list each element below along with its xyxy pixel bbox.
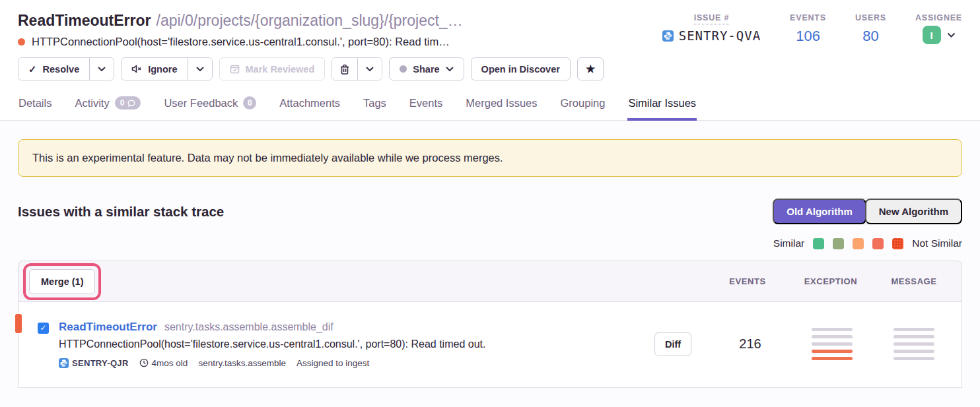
row-age: 4mos old <box>139 358 188 368</box>
issue-header: ReadTimeoutError/api/0/projects/{organiz… <box>0 0 980 48</box>
issue-number-label: ISSUE # <box>694 13 730 24</box>
chevron-down-icon <box>196 67 204 71</box>
chevron-down-icon <box>366 67 374 71</box>
delete-dropdown-button[interactable] <box>358 58 382 80</box>
row-issue-title-link[interactable]: ReadTimeoutError <box>59 321 157 334</box>
issue-title: ReadTimeoutError <box>18 12 151 29</box>
section-title: Issues with a similar stack trace <box>18 204 224 220</box>
assignee-avatar[interactable]: I <box>923 26 941 44</box>
mark-reviewed-button[interactable]: Mark Reviewed <box>219 57 326 80</box>
chevron-down-icon <box>446 67 454 71</box>
star-icon: ★ <box>586 63 595 75</box>
experimental-feature-banner: This is an experimental feature. Data ma… <box>18 139 962 177</box>
events-label: EVENTS <box>790 13 826 22</box>
tab-merged-issues[interactable]: Merged Issues <box>465 92 538 121</box>
open-in-discover-button[interactable]: Open in Discover <box>471 57 571 80</box>
algorithm-toggle: Old Algorithm New Algorithm <box>773 199 962 224</box>
share-label: Share <box>413 64 439 75</box>
stat-users: USERS 80 <box>855 13 886 48</box>
chevron-down-icon <box>98 67 106 71</box>
issue-stats: ISSUE # SENTRY-QVA EVENTS 106 USERS 80 <box>662 13 962 48</box>
speech-bubble-icon <box>127 100 135 107</box>
stat-issue-number: ISSUE # SENTRY-QVA <box>662 13 761 48</box>
merge-button[interactable]: Merge (1) <box>29 269 95 294</box>
column-events: EVENTS <box>707 276 788 286</box>
issue-short-id[interactable]: SENTRY-QVA <box>662 28 761 43</box>
similar-issues-table: Merge (1) EVENTS EXCEPTION MESSAGE ReadT… <box>18 261 962 388</box>
similar-issues-panel: This is an experimental feature. Data ma… <box>0 121 980 407</box>
merge-button-wrapper: Merge (1) <box>29 269 95 294</box>
new-algorithm-button[interactable]: New Algorithm <box>865 199 962 224</box>
column-message: MESSAGE <box>873 276 955 286</box>
mark-reviewed-label: Mark Reviewed <box>246 64 315 75</box>
reviewed-badge-icon <box>230 64 240 74</box>
users-label: USERS <box>855 13 886 22</box>
issue-title-line: ReadTimeoutError/api/0/projects/{organiz… <box>18 12 463 30</box>
row-transaction: sentry.tasks.assemble <box>198 358 286 368</box>
legend-similar-label: Similar <box>773 237 804 249</box>
tab-user-feedback[interactable]: User Feedback 0 <box>163 92 257 121</box>
issue-tabs: Details Activity 0 User Feedback 0 Attac… <box>0 92 980 121</box>
similarity-bar-gray <box>812 335 853 338</box>
row-right: Diff 216 <box>637 328 955 360</box>
issue-route: /api/0/projects/{organization_slug}/{pro… <box>157 12 463 29</box>
assignee-selector[interactable]: I <box>923 26 956 44</box>
ignore-dropdown-button[interactable] <box>188 58 212 80</box>
resolve-label: Resolve <box>43 64 80 75</box>
resolve-dropdown-button[interactable] <box>90 58 114 80</box>
legend-swatch-3 <box>853 238 864 249</box>
bookmark-button[interactable]: ★ <box>577 57 604 80</box>
row-title-line: ReadTimeoutError sentry.tasks.assemble.a… <box>59 321 485 334</box>
check-icon: ✓ <box>28 64 37 74</box>
issue-short-id-text: SENTRY-QVA <box>679 28 761 43</box>
assignee-label: ASSIGNEE <box>915 13 962 22</box>
similarity-legend: Similar Not Similar <box>18 237 962 249</box>
tab-activity[interactable]: Activity 0 <box>74 92 141 121</box>
error-level-bar <box>15 314 22 333</box>
mute-speaker-icon <box>131 64 142 74</box>
issue-message: HTTPConnectionPool(host='filestore.servi… <box>32 36 450 48</box>
events-count[interactable]: 106 <box>796 28 820 45</box>
resolve-button-group: ✓ Resolve <box>18 57 114 80</box>
diff-button-wrapper: Diff <box>637 332 709 356</box>
resolve-button[interactable]: ✓ Resolve <box>18 58 89 80</box>
stat-events: EVENTS 106 <box>790 13 826 48</box>
row-checkbox[interactable] <box>38 323 49 334</box>
row-exception-cell <box>791 328 873 360</box>
legend-swatch-2 <box>833 238 844 249</box>
delete-button-group <box>332 57 382 80</box>
ignore-button[interactable]: Ignore <box>122 58 187 80</box>
tab-details[interactable]: Details <box>18 92 52 121</box>
row-main: ReadTimeoutError sentry.tasks.assemble.a… <box>18 321 637 368</box>
diff-button[interactable]: Diff <box>654 332 691 356</box>
legend-swatch-5 <box>892 238 903 249</box>
activity-badge: 0 <box>115 96 141 110</box>
clock-icon <box>139 358 149 367</box>
banner-text: This is an experimental feature. Data ma… <box>32 152 503 164</box>
tab-tags[interactable]: Tags <box>363 92 387 121</box>
ignore-label: Ignore <box>148 64 177 75</box>
tab-events[interactable]: Events <box>409 92 443 121</box>
row-culprit: sentry.tasks.assemble.assemble_dif <box>164 321 333 333</box>
issue-detail-page: ReadTimeoutError/api/0/projects/{organiz… <box>0 0 980 407</box>
delete-button[interactable] <box>332 58 357 80</box>
old-algorithm-button[interactable]: Old Algorithm <box>773 199 866 224</box>
column-exception: EXCEPTION <box>790 276 872 286</box>
tab-attachments[interactable]: Attachments <box>279 92 341 121</box>
row-events-cell: 216 <box>709 336 791 352</box>
ignore-button-group: Ignore <box>121 57 212 80</box>
tab-grouping[interactable]: Grouping <box>560 92 606 121</box>
row-message-cell <box>873 328 955 360</box>
chevron-down-icon[interactable] <box>947 32 956 38</box>
action-toolbar: ✓ Resolve Ignore <box>0 48 980 80</box>
share-button[interactable]: Share <box>389 57 464 80</box>
row-message: HTTPConnectionPool(host='filestore.servi… <box>59 338 485 350</box>
similarity-bar-gray <box>893 342 934 346</box>
similarity-bar-orange <box>812 350 853 353</box>
table-column-headers: EVENTS EXCEPTION MESSAGE <box>707 276 955 286</box>
row-age-text: 4mos old <box>152 358 188 368</box>
legend-swatch-1 <box>813 238 824 249</box>
tab-similar-issues[interactable]: Similar Issues <box>627 92 697 121</box>
python-logo-icon <box>662 30 674 42</box>
users-count[interactable]: 80 <box>862 28 878 45</box>
